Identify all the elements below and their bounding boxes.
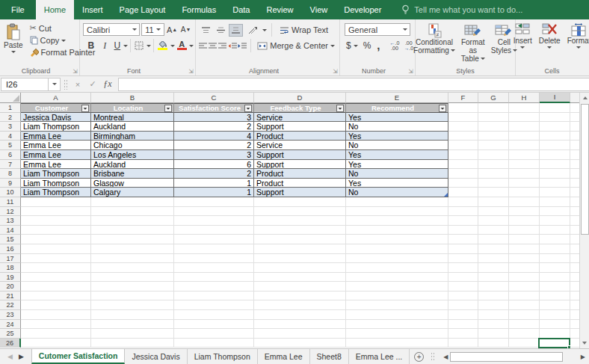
cell-F24[interactable] [448,320,478,330]
cell-E26[interactable] [346,339,448,348]
select-all-corner[interactable] [0,93,21,103]
cell-G23[interactable] [478,310,509,320]
column-header-C[interactable]: C [174,93,254,103]
cell-B9[interactable]: Glasgow [91,179,174,188]
column-header-G[interactable]: G [478,93,509,103]
new-sheet-button[interactable]: + [410,349,428,364]
underline-dropdown-arrow[interactable] [123,45,128,47]
sheet-nav-left-arrow[interactable]: ◀ [7,353,13,360]
cell-H10[interactable] [509,188,540,197]
row-header-14[interactable]: 14 [0,226,21,235]
ribbon-tab-home[interactable]: Home [36,0,74,19]
cell-G3[interactable] [478,122,509,132]
cell-A2[interactable]: Jessica Davis [21,113,91,123]
copy-dropdown-arrow[interactable] [61,40,66,42]
enter-button[interactable]: ✓ [85,79,100,89]
cell-A12[interactable] [21,207,91,217]
merge-center-button[interactable]: Merge & Center [254,40,338,52]
row-header-2[interactable]: 2 [0,113,21,123]
borders-button[interactable] [133,40,146,52]
cell-G2[interactable] [478,113,509,123]
cell-E9[interactable]: Yes [346,179,448,188]
ribbon-tab-insert[interactable]: Insert [74,0,111,19]
cell-C21[interactable] [174,291,254,301]
cell-B14[interactable] [91,226,174,235]
cell-C2[interactable]: 3 [174,113,254,123]
cell-B4[interactable]: Birmingham [91,132,174,141]
conditional-formatting-dropdown-arrow[interactable] [451,49,455,52]
filter-button-E[interactable] [439,105,446,112]
cell-I18[interactable] [540,263,570,273]
cell-D13[interactable] [254,216,346,226]
cell-I5[interactable] [540,141,570,150]
paste-dropdown-arrow[interactable] [11,51,16,53]
scroll-left-arrow[interactable]: ◀ [441,354,450,360]
cell-E8[interactable]: No [346,169,448,179]
cell-F4[interactable] [448,132,478,141]
cell-A5[interactable]: Emma Lee [21,141,91,150]
row-header-19[interactable]: 19 [0,273,21,283]
horizontal-scroll-thumb[interactable] [450,352,563,362]
comma-style-button[interactable]: , [374,41,382,50]
cell-C22[interactable] [174,300,254,310]
cell-D6[interactable]: Support [254,150,346,160]
sheet-tab-jessica-davis[interactable]: Jessica Davis [125,349,187,364]
cell-C24[interactable] [174,320,254,330]
cell-G5[interactable] [478,141,509,150]
orientation-button[interactable] [244,24,262,37]
sheet-nav-right-arrow[interactable]: ▶ [19,353,24,360]
tab-splitter-grip[interactable] [431,352,434,361]
cell-I14[interactable] [540,226,570,235]
row-header-13[interactable]: 13 [0,216,21,226]
row-header-23[interactable]: 23 [0,310,21,320]
cell-B6[interactable]: Los Angeles [91,150,174,160]
cell-G26[interactable] [478,339,509,348]
row-header-12[interactable]: 12 [0,207,21,217]
cell-C3[interactable]: 2 [174,122,254,132]
horizontal-scroll-track[interactable] [450,352,578,362]
cell-D5[interactable]: Service [254,141,346,150]
cell-G10[interactable] [478,188,509,197]
filter-button-B[interactable] [164,105,172,112]
cell-D17[interactable] [254,254,346,264]
cell-H5[interactable] [509,141,540,150]
cell-G7[interactable] [478,160,509,170]
cell-D19[interactable] [254,273,346,283]
cell-C25[interactable] [174,329,254,339]
cell-A8[interactable]: Liam Thompson [21,169,91,179]
ribbon-tab-formulas[interactable]: Formulas [173,0,224,19]
cell-G8[interactable] [478,169,509,179]
row-header-5[interactable]: 5 [0,141,21,150]
paste-button[interactable]: Paste [1,22,25,55]
font-color-button[interactable]: A [176,40,188,52]
cell-E21[interactable] [346,291,448,301]
cell-I8[interactable] [540,169,570,179]
insert-function-button[interactable]: ƒx [100,78,115,90]
row-header-10[interactable]: 10 [0,188,21,197]
cell-E11[interactable] [346,197,448,207]
cell-B1[interactable]: Location [91,103,174,113]
cell-D9[interactable]: Product [254,179,346,188]
accounting-format-button[interactable]: $ [345,40,360,52]
increase-font-button[interactable]: A▲ [166,23,179,36]
cell-A14[interactable] [21,226,91,235]
column-header-H[interactable]: H [509,93,540,103]
cell-D24[interactable] [254,320,346,330]
ribbon-tab-file[interactable]: File [0,0,36,19]
cell-F17[interactable] [448,254,478,264]
cancel-button[interactable]: × [70,80,85,89]
cell-C8[interactable]: 2 [174,169,254,179]
cell-G11[interactable] [478,197,509,207]
cell-F5[interactable] [448,141,478,150]
number-format-combo[interactable]: General [345,23,410,36]
increase-indent-button[interactable] [238,40,247,52]
cell-F9[interactable] [448,179,478,188]
cell-C14[interactable] [174,226,254,235]
cell-E23[interactable] [346,310,448,320]
sheet-tab-sheet8[interactable]: Sheet8 [310,349,349,364]
tell-me-box[interactable]: Tell me what you want to do... [401,0,522,19]
cell-D25[interactable] [254,329,346,339]
vertical-scroll-thumb[interactable] [581,104,589,235]
accounting-dropdown-arrow[interactable] [354,45,358,47]
cell-H18[interactable] [509,263,540,273]
